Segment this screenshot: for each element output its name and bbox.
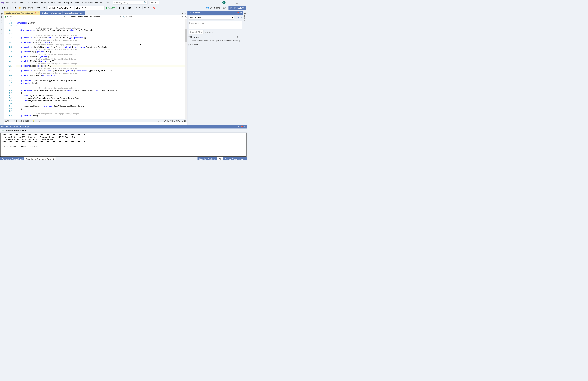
maximize-button[interactable]: ▢ <box>235 1 239 4</box>
menu-project[interactable]: Project <box>30 1 40 4</box>
document-tabs: EasterEggAboutAnimation.cs📌✕BalloonTipAc… <box>4 11 188 15</box>
menu-build[interactable]: Build <box>40 1 47 4</box>
stage-all-icon[interactable]: ＋ <box>236 36 239 38</box>
rail-server-explorer[interactable]: Server Explorer <box>0 11 3 26</box>
doc-tab[interactable]: EasterEggAboutAnimation.cs📌✕ <box>4 11 41 15</box>
menu-extensions[interactable]: Extensions <box>81 1 94 4</box>
menu-edit[interactable]: Edit <box>11 1 17 4</box>
user-avatar[interactable]: TG <box>223 1 226 4</box>
bottom-tool-tabs: Developer PowerShellDeveloper Command Pr… <box>0 157 247 160</box>
panel-pin-icon[interactable]: 📌 <box>237 12 239 14</box>
indent-btn-1[interactable]: ⇥ <box>134 6 138 10</box>
redo-button[interactable]: ↷▾ <box>41 6 45 10</box>
rail-toolbox[interactable]: Toolbox <box>0 26 3 35</box>
int-preview-badge: INT PREVIEW <box>229 6 246 10</box>
amend-checkbox[interactable]: Amend <box>205 31 213 33</box>
menu-debug[interactable]: Debug <box>47 1 56 4</box>
pull-icon[interactable]: ⬇ <box>238 16 240 19</box>
more-icon[interactable]: ⋯ <box>240 36 242 38</box>
commit-all-button[interactable]: Commit All ▾ <box>189 30 203 34</box>
term-close-icon[interactable]: ✕ <box>244 126 246 128</box>
live-share-button[interactable]: 👥 Live Share <box>206 7 220 9</box>
terminal-body[interactable]: ****************************************… <box>0 133 247 157</box>
open-button[interactable]: 📂 <box>18 6 21 10</box>
stashes-section-header[interactable]: ▸ Stashes <box>188 43 243 47</box>
panel-close-icon[interactable]: ✕ <box>240 12 242 14</box>
split-editor-button[interactable]: ⤡ <box>184 15 188 19</box>
startup-dropdown[interactable]: ShareX▾ <box>75 6 105 10</box>
term-dropdown-icon[interactable]: ▾ <box>238 126 239 128</box>
menu-analyze[interactable]: Analyze <box>63 1 73 4</box>
nav-class-dropdown[interactable]: ◆ ShareX.EasterEggAboutAnimation▾ <box>66 15 122 19</box>
undo-button[interactable]: ↶▾ <box>36 6 41 10</box>
git-panel-header: Git - ShareX ▾ 📌 ✕ <box>188 11 243 15</box>
menu-git[interactable]: Git <box>25 1 30 4</box>
terminal-header: Developer Command Prompt ▾ 📌 ✕ <box>0 125 247 128</box>
scroll-thumb[interactable] <box>185 29 187 41</box>
doc-tab[interactable]: BalloonTipAction.cs <box>41 11 63 15</box>
menu-view[interactable]: View <box>17 1 24 4</box>
fetch-icon[interactable]: ⬇ <box>235 16 237 19</box>
changes-section-header[interactable]: ▾ Changes ＋ ⋯ <box>188 35 243 39</box>
tool-tab[interactable]: Python Environments <box>223 157 247 160</box>
menu-bar: FileEditViewGitProjectBuildDebugTestAnal… <box>5 1 111 4</box>
tool-grp[interactable]: ▫ ▫ ▫ <box>157 6 162 9</box>
tool-tab[interactable]: Git <box>217 157 223 160</box>
new-project-button[interactable]: 📄▾ <box>12 6 17 10</box>
push-icon[interactable]: ⬆ <box>240 16 242 19</box>
tool-tab[interactable]: Solution Explorer <box>197 157 217 160</box>
comment-btn[interactable]: ≡ <box>144 6 146 9</box>
code-nav-bar: ◆ ShareX▾ ◆ ShareX.EasterEggAboutAnimati… <box>4 15 188 19</box>
left-tool-rail: Server ExplorerToolbox <box>0 11 4 125</box>
vertical-scrollbar[interactable]: ▴ <box>185 19 187 119</box>
fold-column[interactable] <box>13 19 16 119</box>
save-all-button[interactable]: 💾💾 <box>27 6 34 10</box>
tab-settings-icon[interactable]: ⚙ <box>184 12 186 15</box>
code-editor[interactable]: namespace ShareX{3 references | Taysser,… <box>16 19 185 119</box>
search-input[interactable] <box>114 1 143 4</box>
menu-window[interactable]: Window <box>94 1 104 4</box>
line-number-gutter: 313233343536373839404142✎434445464748495… <box>4 19 13 119</box>
minimize-button[interactable]: — <box>228 1 232 4</box>
vs-logo-icon <box>1 1 4 4</box>
changes-empty-msg: There are no unstaged changes in the wor… <box>188 39 243 43</box>
tool-btn-3[interactable]: ▣▾ <box>127 6 132 10</box>
start-debug-button[interactable]: ▶ Start ▾ <box>105 6 115 10</box>
term-pin-icon[interactable]: 📌 <box>241 126 243 128</box>
tool-tab[interactable]: Developer Command Prompt <box>24 157 56 160</box>
commit-message-input[interactable]: Enter a message <box>189 21 242 29</box>
nav-fwd-button[interactable]: ▶ <box>6 6 9 10</box>
save-button[interactable]: 💾 <box>22 6 26 10</box>
indent-mode[interactable]: SPC <box>176 120 180 122</box>
feedback-button[interactable]: 💬 <box>222 6 226 10</box>
zoom-level[interactable]: 99 % <box>5 120 9 122</box>
menu-file[interactable]: File <box>5 1 11 4</box>
tool-btn-1[interactable]: ▦ <box>118 6 121 10</box>
nav-member-dropdown[interactable]: 🔧 Speed▾ <box>122 15 184 19</box>
tab-overflow-icon[interactable]: ▾ <box>182 12 183 15</box>
eol-mode[interactable]: CRLF <box>182 120 186 122</box>
solution-selector[interactable]: ShareX <box>149 1 159 4</box>
issues-label[interactable]: No issues found <box>16 120 29 122</box>
terminal-launch-dropdown[interactable]: ＋ Developer PowerShell ▾ <box>1 129 27 132</box>
branch-dropdown[interactable]: NewFeature▾ <box>189 16 234 20</box>
tool-btn-2[interactable]: ▤ <box>122 6 125 10</box>
indent-btn-2[interactable]: ⇤ <box>138 6 141 10</box>
menu-test[interactable]: Test <box>56 1 63 4</box>
close-button[interactable]: ✕ <box>242 1 246 4</box>
live-share-icon: 👥 <box>206 7 209 9</box>
lightbulb-icon[interactable]: 💡▾ <box>32 120 36 122</box>
platform-dropdown[interactable]: Any CPU▾ <box>58 6 74 10</box>
tool-tab[interactable]: Developer PowerShell <box>0 157 24 160</box>
uncomment-btn[interactable]: ≡ <box>147 6 150 9</box>
nav-scope-dropdown[interactable]: ◆ ShareX▾ <box>4 15 66 19</box>
quick-search[interactable]: 🔍 <box>113 1 147 4</box>
menu-tools[interactable]: Tools <box>73 1 81 4</box>
nav-back-button[interactable]: ◀ ▾ <box>1 6 6 10</box>
config-dropdown[interactable]: Debug▾ <box>48 6 58 10</box>
bookmark-btn[interactable]: 🔖 <box>152 6 156 10</box>
panel-dropdown-icon[interactable]: ▾ <box>235 12 235 14</box>
notifications-rail[interactable]: Notifications <box>244 11 246 24</box>
menu-help[interactable]: Help <box>104 1 111 4</box>
doc-tab[interactable]: ApplicationConfig.cs <box>63 11 85 15</box>
